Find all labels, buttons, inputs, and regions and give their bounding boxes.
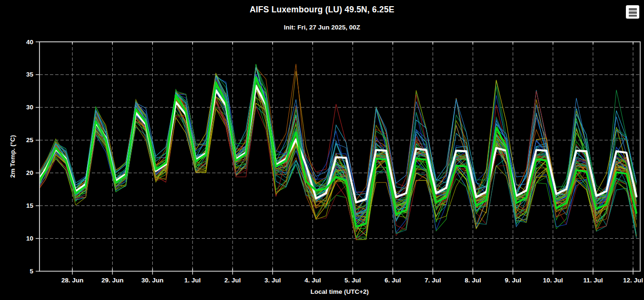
y-tick-label: 10 <box>26 235 33 242</box>
x-tick-label: 28. Jun <box>61 277 84 284</box>
x-tick-label: 4. Jul <box>304 277 321 284</box>
ensemble-member-line <box>36 74 636 210</box>
y-tick-label: 15 <box>26 202 34 209</box>
y-axis-title: 2m Temp. (°C) <box>9 135 16 178</box>
y-tick-label: 40 <box>26 39 33 46</box>
x-tick-label: 11. Jul <box>583 277 603 284</box>
y-tick-label: 20 <box>26 169 33 176</box>
y-tick-label: 30 <box>26 104 33 111</box>
x-tick-label: 2. Jul <box>224 277 241 284</box>
meteogram-window: AIFS Luxembourg (LU) 49.5N, 6.25E Init: … <box>0 0 644 300</box>
x-tick-label: 5. Jul <box>344 277 361 284</box>
x-tick-label: 30. Jun <box>141 277 164 284</box>
plot-area <box>36 64 636 240</box>
chart-subtitle: Init: Fri, 27 Jun 2025, 00Z <box>0 24 644 31</box>
x-tick-label: 8. Jul <box>465 277 481 284</box>
x-tick-label: 9. Jul <box>505 277 521 284</box>
x-axis-title: Local time (UTC+2) <box>311 288 369 295</box>
hamburger-menu-icon <box>626 6 639 17</box>
chart-title: AIFS Luxembourg (LU) 49.5N, 6.25E <box>0 5 644 15</box>
x-tick-label: 29. Jun <box>101 277 124 284</box>
x-tick-label: 6. Jul <box>385 277 401 284</box>
x-tick-label: 12. Jul <box>623 277 643 284</box>
y-tick-label: 25 <box>26 136 34 144</box>
context-menu-button[interactable] <box>626 5 639 19</box>
temperature-ensemble-chart: 28. Jun29. Jun30. Jun1. Jul2. Jul3. Jul4… <box>0 0 644 300</box>
x-tick-label: 1. Jul <box>185 277 201 284</box>
x-tick-label: 3. Jul <box>264 277 281 284</box>
y-tick-label: 5 <box>29 268 33 275</box>
y-tick-label: 35 <box>26 71 34 78</box>
x-tick-label: 10. Jul <box>543 277 563 284</box>
x-tick-label: 7. Jul <box>425 277 441 284</box>
